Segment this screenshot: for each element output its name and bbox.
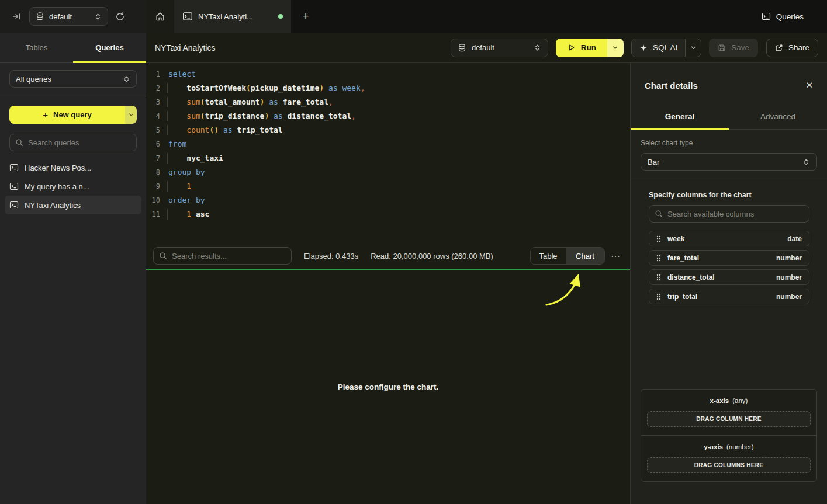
line-number: 6 bbox=[146, 137, 160, 151]
save-icon bbox=[718, 44, 726, 52]
sparkle-icon bbox=[639, 44, 648, 52]
new-query-main[interactable]: + New query bbox=[9, 106, 125, 124]
indent-guide bbox=[167, 181, 168, 192]
more-options-icon[interactable]: ⋯ bbox=[611, 251, 621, 262]
close-icon[interactable]: ✕ bbox=[805, 80, 813, 91]
panel-body: Select chart type Bar Specify columns bbox=[631, 130, 827, 504]
page-title: NYTaxi Analytics bbox=[155, 43, 215, 53]
drag-handle-icon[interactable] bbox=[656, 255, 661, 262]
new-tab-button[interactable]: + bbox=[291, 0, 320, 33]
sql-ai-main[interactable]: SQL AI bbox=[632, 39, 685, 57]
code-line[interactable]: 6from bbox=[146, 137, 630, 151]
query-list-item[interactable]: My query has a n... bbox=[5, 177, 141, 196]
code-text: order by bbox=[168, 193, 205, 207]
panel-tab-advanced[interactable]: Advanced bbox=[729, 104, 827, 129]
chart-area: Please configure the chart. bbox=[146, 270, 630, 504]
code-line[interactable]: 4 sum(trip_distance) as distance_total, bbox=[146, 109, 630, 123]
code-text: 1 asc bbox=[168, 207, 209, 221]
sql-ai-dropdown[interactable] bbox=[685, 39, 701, 57]
save-label: Save bbox=[731, 43, 749, 52]
code-line[interactable]: 11 1 asc bbox=[146, 207, 630, 221]
chevron-updown-icon bbox=[94, 12, 102, 21]
topbar: default bbox=[0, 0, 827, 33]
y-axis-type: (number) bbox=[726, 443, 754, 450]
query-list-item[interactable]: NYTaxi Analytics bbox=[5, 196, 141, 214]
panel-tabs: General Advanced bbox=[631, 104, 827, 130]
main-header: NYTaxi Analytics default bbox=[146, 33, 827, 63]
y-axis-section: y-axis(number) DRAG COLUMNS HERE bbox=[641, 435, 816, 481]
query-filter-value: All queries bbox=[16, 75, 123, 84]
home-tab[interactable] bbox=[146, 0, 174, 33]
code-line[interactable]: 2 toStartOfWeek(pickup_datetime) as week… bbox=[146, 81, 630, 95]
view-switcher: Table Chart bbox=[530, 247, 605, 265]
code-line[interactable]: 1select bbox=[146, 67, 630, 81]
column-name: week bbox=[667, 235, 781, 243]
column-chip-week[interactable]: weekdate bbox=[649, 231, 809, 246]
drag-handle-icon[interactable] bbox=[656, 235, 661, 242]
code-line[interactable]: 5 count() as trip_total bbox=[146, 123, 630, 137]
code-text: select bbox=[168, 67, 196, 81]
query-filter-select[interactable]: All queries bbox=[9, 70, 137, 88]
unsaved-changes-dot bbox=[278, 14, 283, 19]
new-query-button[interactable]: + New query bbox=[9, 106, 137, 124]
panel-tab-general[interactable]: General bbox=[631, 104, 729, 129]
sidebar-search-input[interactable] bbox=[28, 138, 131, 147]
sidebar-search[interactable] bbox=[9, 134, 137, 151]
query-list-item[interactable]: Hacker News Pos... bbox=[5, 158, 141, 177]
sidebar-tabs: Tables Queries bbox=[0, 33, 146, 63]
column-type: number bbox=[776, 293, 802, 301]
x-axis-dropzone[interactable]: DRAG COLUMN HERE bbox=[647, 411, 811, 427]
code-line[interactable]: 7 nyc_taxi bbox=[146, 151, 630, 165]
topbar-database-selector[interactable]: default bbox=[29, 7, 108, 26]
search-icon bbox=[655, 210, 663, 218]
run-button-main[interactable]: Run bbox=[556, 39, 607, 57]
run-dropdown[interactable] bbox=[607, 39, 624, 57]
column-chip-distance_total[interactable]: distance_totalnumber bbox=[649, 269, 809, 285]
header-database-selector[interactable]: default bbox=[451, 39, 548, 57]
sql-ai-label: SQL AI bbox=[653, 43, 677, 52]
sidebar-tab-queries[interactable]: Queries bbox=[73, 33, 146, 62]
column-chip-trip_total[interactable]: trip_totalnumber bbox=[649, 289, 809, 304]
queries-link[interactable]: Queries bbox=[762, 0, 827, 33]
sidebar-divider bbox=[0, 96, 146, 96]
view-tab-table[interactable]: Table bbox=[531, 248, 566, 264]
indent-guide bbox=[167, 97, 168, 107]
code-line[interactable]: 3 sum(total_amount) as fare_total, bbox=[146, 95, 630, 109]
save-button[interactable]: Save bbox=[709, 39, 758, 57]
sql-ai-button[interactable]: SQL AI bbox=[631, 39, 701, 57]
view-tab-chart[interactable]: Chart bbox=[566, 248, 604, 264]
chart-details-panel: Chart details ✕ General Advanced Select … bbox=[630, 63, 827, 504]
terminal-icon bbox=[182, 11, 193, 22]
new-query-dropdown[interactable] bbox=[125, 106, 137, 124]
line-number: 8 bbox=[146, 165, 160, 179]
elapsed-stat: Elapsed: 0.433s bbox=[304, 252, 358, 260]
collapse-sidebar-icon[interactable] bbox=[12, 12, 22, 21]
indent-guide bbox=[167, 125, 168, 135]
share-label: Share bbox=[788, 43, 809, 52]
results-search-input[interactable] bbox=[172, 252, 286, 260]
code-line[interactable]: 9 1 bbox=[146, 179, 630, 193]
columns-search[interactable] bbox=[649, 205, 809, 223]
y-axis-dropzone[interactable]: DRAG COLUMNS HERE bbox=[647, 457, 811, 473]
columns-search-input[interactable] bbox=[667, 210, 804, 218]
sql-editor[interactable]: 1select2 toStartOfWeek(pickup_datetime) … bbox=[146, 63, 630, 242]
drag-handle-icon[interactable] bbox=[656, 293, 661, 300]
code-line[interactable]: 8group by bbox=[146, 165, 630, 179]
sidebar-tab-tables[interactable]: Tables bbox=[0, 33, 73, 62]
refresh-icon[interactable] bbox=[115, 12, 125, 22]
terminal-icon bbox=[9, 182, 19, 191]
active-query-tab[interactable]: NYTaxi Analyti... bbox=[174, 0, 291, 33]
terminal-icon bbox=[9, 200, 19, 210]
code-line[interactable]: 10order by bbox=[146, 193, 630, 207]
topbar-spacer bbox=[320, 0, 762, 33]
share-button[interactable]: Share bbox=[766, 39, 818, 57]
line-number: 1 bbox=[146, 67, 160, 81]
column-chip-list: weekdatefare_totalnumberdistance_totalnu… bbox=[649, 231, 809, 304]
drag-handle-icon[interactable] bbox=[656, 274, 661, 281]
results-search[interactable] bbox=[153, 247, 292, 265]
column-chip-fare_total[interactable]: fare_totalnumber bbox=[649, 250, 809, 266]
line-number: 2 bbox=[146, 81, 160, 95]
run-button[interactable]: Run bbox=[556, 39, 624, 57]
chart-type-select[interactable]: Bar bbox=[641, 153, 817, 171]
x-axis-type: (any) bbox=[732, 397, 748, 404]
